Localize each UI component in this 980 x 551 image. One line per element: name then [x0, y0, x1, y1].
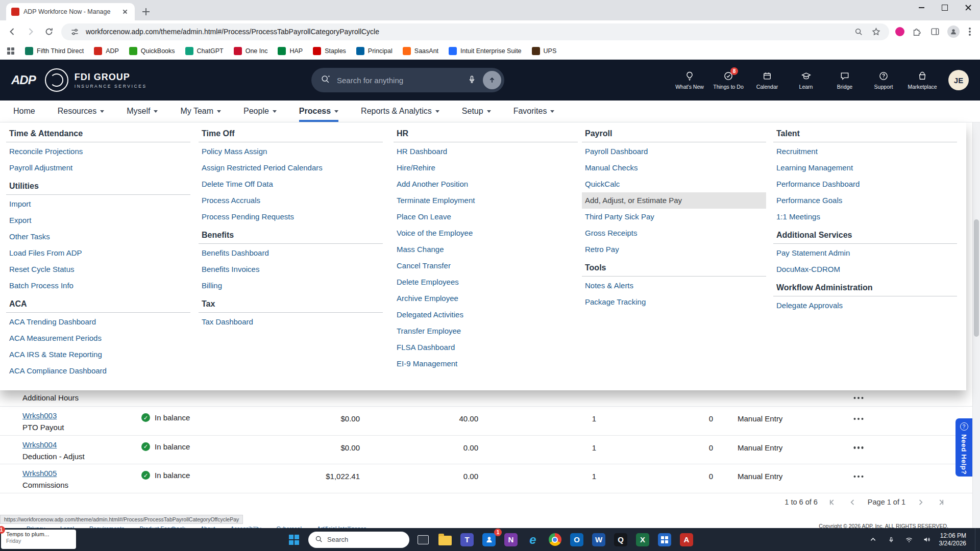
batch-link[interactable]: Wrksh005 — [22, 469, 57, 478]
refresh-icon[interactable] — [43, 26, 55, 38]
show-desktop-button[interactable] — [975, 528, 977, 551]
notification-toast[interactable]: 1 Temps to plum... Friday — [1, 530, 76, 549]
bookmark-item[interactable]: Principal — [352, 45, 397, 57]
bookmark-item[interactable]: Intuit Enterprise Suite — [444, 45, 526, 57]
menu-item[interactable]: Third Party Sick Pay — [582, 209, 766, 225]
nav-favorites[interactable]: Favorites — [513, 101, 555, 122]
nav-process[interactable]: Process — [299, 101, 338, 122]
menu-item[interactable]: Payroll Adjustment — [6, 160, 190, 176]
outlook-icon[interactable]: O — [569, 532, 585, 548]
menu-item[interactable]: Benefits Invoices — [199, 261, 383, 278]
next-page-icon[interactable] — [915, 496, 926, 508]
menu-item[interactable]: Tax Dashboard — [199, 314, 383, 330]
nav-resources[interactable]: Resources — [58, 101, 104, 122]
menu-item[interactable]: Reconcile Projections — [6, 143, 190, 160]
tray-expand-icon[interactable] — [868, 534, 879, 545]
menu-item[interactable]: Export — [6, 212, 190, 229]
apps-grid-icon[interactable] — [4, 44, 17, 58]
first-page-icon[interactable] — [827, 496, 838, 508]
purple-app-icon[interactable]: N — [503, 532, 519, 548]
acrobat-icon[interactable]: A — [678, 532, 695, 548]
row-actions-button[interactable] — [848, 413, 869, 425]
bookmark-item[interactable]: UPS — [527, 45, 561, 57]
window-close-button[interactable] — [957, 0, 980, 15]
menu-item[interactable]: Pay Statement Admin — [773, 245, 957, 261]
menu-item[interactable]: ACA Measurement Periods — [6, 330, 190, 346]
menu-item[interactable]: HR Dashboard — [394, 143, 578, 160]
bookmark-item[interactable]: QuickBooks — [125, 45, 180, 57]
menu-item[interactable]: Batch Process Info — [6, 278, 190, 294]
nav-people[interactable]: People — [243, 101, 277, 122]
menu-item[interactable]: Voice of the Employee — [394, 225, 578, 241]
bookmark-item[interactable]: ADP — [89, 45, 124, 57]
previous-page-icon[interactable] — [847, 496, 859, 508]
bookmark-star-icon[interactable] — [870, 26, 882, 38]
menu-item[interactable]: Package Tracking — [582, 294, 766, 310]
menu-item[interactable]: Notes & Alerts — [582, 278, 766, 294]
last-page-icon[interactable] — [935, 496, 946, 508]
menu-item[interactable]: Retro Pay — [582, 241, 766, 258]
menu-item[interactable]: Cancel Transfer — [394, 258, 578, 274]
menu-item[interactable]: ACA Compliance Dashboard — [6, 363, 190, 379]
pinned-extension-icon[interactable] — [895, 27, 904, 36]
forward-icon[interactable] — [24, 26, 37, 38]
address-bar[interactable]: workforcenow.adp.com/theme/admin.html#/P… — [61, 23, 889, 40]
menu-item[interactable]: Hire/Rehire — [394, 160, 578, 176]
menu-item[interactable]: Manual Checks — [582, 160, 766, 176]
mic-icon[interactable] — [886, 534, 897, 545]
menu-item[interactable]: Process Pending Requests — [199, 209, 383, 225]
excel-icon[interactable]: X — [634, 532, 651, 548]
menu-item[interactable]: Billing — [199, 278, 383, 294]
menu-item-add-adjust-estimate-pay[interactable]: Add, Adjust, or Estimate Pay — [582, 192, 766, 209]
row-actions-button[interactable] — [848, 470, 869, 483]
menu-item[interactable]: QuickCalc — [582, 176, 766, 192]
nav-reports-analytics[interactable]: Reports & Analytics — [361, 101, 439, 122]
menu-item[interactable]: Policy Mass Assign — [199, 143, 383, 160]
browser-profile-icon[interactable] — [947, 26, 960, 38]
browser-tab[interactable]: ADP Workforce Now - Manage — [6, 3, 135, 20]
global-search[interactable]: Search for anything — [311, 68, 504, 92]
extensions-puzzle-icon[interactable] — [911, 26, 923, 38]
back-icon[interactable] — [6, 26, 18, 38]
menu-item[interactable]: Delegated Activities — [394, 307, 578, 323]
scrollbar[interactable] — [972, 122, 980, 528]
bookmark-item[interactable]: Fifth Third Direct — [20, 45, 88, 57]
menu-item[interactable]: Reset Cycle Status — [6, 261, 190, 278]
tab-close-icon[interactable] — [120, 7, 130, 16]
mic-icon[interactable] — [467, 74, 477, 86]
nav-myself[interactable]: Myself — [127, 101, 158, 122]
menu-item[interactable]: Place On Leave — [394, 209, 578, 225]
menu-item[interactable]: Delegate Approvals — [773, 297, 957, 314]
chrome-icon[interactable] — [547, 532, 563, 548]
bookmark-item[interactable]: ChatGPT — [181, 45, 228, 57]
bookmark-item[interactable]: One Inc — [229, 45, 273, 57]
menu-item[interactable]: Learning Management — [773, 160, 957, 176]
menu-item[interactable]: Performance Dashboard — [773, 176, 957, 192]
menu-item[interactable]: Mass Change — [394, 241, 578, 258]
bookmark-item[interactable]: SaasAnt — [398, 45, 443, 57]
nav-home[interactable]: Home — [13, 101, 35, 122]
taskbar-clock[interactable]: 12:06 PM 3/24/2026 — [939, 532, 966, 547]
scrollbar-thumb[interactable] — [974, 219, 979, 337]
file-explorer-icon[interactable] — [437, 532, 453, 548]
menu-item[interactable]: Add Another Position — [394, 176, 578, 192]
wifi-icon[interactable] — [903, 534, 915, 545]
table-row[interactable]: Wrksh003PTO Payout ✓In balance $0.00 40.… — [0, 407, 972, 436]
marketplace-button[interactable]: Marketplace — [904, 70, 940, 90]
site-settings-icon[interactable] — [68, 26, 81, 38]
menu-item[interactable]: Payroll Dashboard — [582, 143, 766, 160]
window-minimize-button[interactable] — [910, 0, 933, 15]
menu-item[interactable]: DocuMax-CDROM — [773, 261, 957, 278]
search-placeholder[interactable]: Search for anything — [337, 76, 461, 85]
menu-item[interactable]: Recruitment — [773, 143, 957, 160]
window-maximize-button[interactable] — [933, 0, 957, 15]
teams-icon[interactable]: T — [459, 532, 475, 548]
things-to-do-button[interactable]: 8 Things to Do — [710, 70, 746, 90]
volume-icon[interactable] — [921, 534, 933, 545]
menu-item[interactable]: Archive Employee — [394, 290, 578, 307]
menu-item[interactable]: Gross Receipts — [582, 225, 766, 241]
word-icon[interactable]: W — [591, 532, 607, 548]
user-avatar[interactable]: JE — [948, 70, 969, 90]
zoom-icon[interactable] — [852, 26, 865, 38]
menu-item[interactable]: 1:1 Meetings — [773, 209, 957, 225]
